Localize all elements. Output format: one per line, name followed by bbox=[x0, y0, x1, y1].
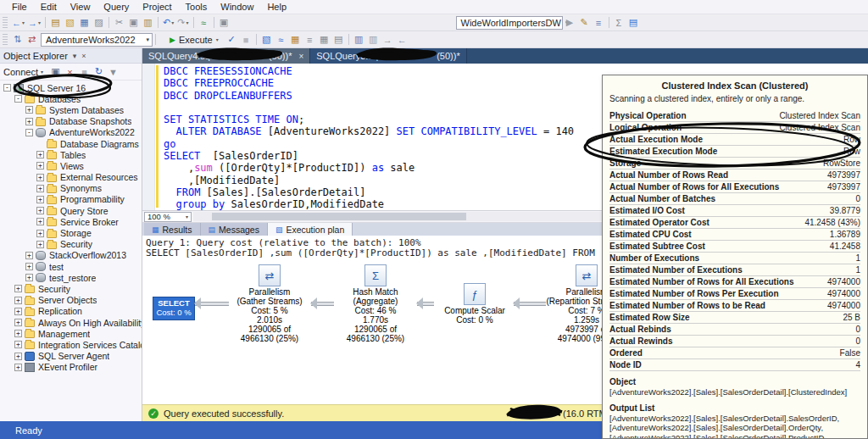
close-icon[interactable]: × bbox=[298, 52, 303, 61]
expander-icon[interactable]: + bbox=[25, 263, 33, 270]
tree-item[interactable]: + External Resources bbox=[2, 172, 142, 183]
tree-item[interactable]: + Integration Services Catalogs bbox=[2, 339, 142, 350]
results-grid-icon[interactable]: ▦ bbox=[317, 33, 331, 47]
tree-item[interactable]: + Always On High Availability bbox=[2, 317, 142, 328]
expander-icon[interactable]: + bbox=[36, 174, 44, 181]
menu-item[interactable]: File bbox=[5, 1, 34, 13]
tree-item[interactable]: + Security bbox=[2, 283, 142, 294]
database-icon[interactable]: ▣ bbox=[217, 16, 231, 30]
menu-item[interactable]: Window bbox=[214, 1, 260, 13]
tree-item[interactable]: + Server Objects bbox=[2, 295, 142, 306]
tree-item[interactable]: + Service Broker bbox=[2, 216, 142, 227]
paste-icon[interactable]: ▥ bbox=[141, 16, 155, 30]
expander-icon[interactable]: + bbox=[25, 118, 33, 125]
cut-icon[interactable]: ✂ bbox=[112, 16, 126, 30]
document-tab[interactable]: SQLQuery4.sql - (50))* × bbox=[142, 48, 310, 64]
tree-item[interactable]: + Synonyms bbox=[2, 183, 142, 194]
tree-item[interactable]: Database Diagrams bbox=[2, 138, 142, 149]
tree-item[interactable]: + Management bbox=[2, 328, 142, 339]
expander-icon[interactable]: + bbox=[14, 319, 22, 326]
tree-item[interactable]: + Replication bbox=[2, 306, 142, 317]
database-combo-top[interactable]: WideWorldImportersDW ▾ bbox=[456, 16, 563, 30]
expander-icon[interactable]: + bbox=[14, 364, 22, 371]
execute-small-icon[interactable]: ▶ bbox=[563, 16, 577, 30]
template-icon[interactable]: ▤ bbox=[626, 16, 641, 30]
uncomment-icon[interactable]: ▥ bbox=[366, 33, 381, 47]
actual-plan-icon[interactable]: ▦ bbox=[288, 33, 303, 47]
expander-icon[interactable]: + bbox=[36, 196, 44, 203]
connection-icon[interactable]: ⇅ bbox=[10, 33, 25, 47]
menu-item[interactable]: Edit bbox=[34, 1, 64, 13]
expander-icon[interactable]: + bbox=[14, 341, 22, 348]
scrollbar-thumb[interactable] bbox=[212, 213, 466, 220]
results-tab[interactable]: ▤ Messages bbox=[201, 223, 268, 236]
expander-icon[interactable]: + bbox=[25, 106, 33, 114]
refresh-icon[interactable]: ↻ bbox=[92, 65, 106, 79]
expander-icon[interactable]: + bbox=[36, 230, 44, 237]
menu-item[interactable]: Query bbox=[97, 1, 136, 13]
properties-icon[interactable]: ≡ bbox=[592, 16, 606, 30]
expander-icon[interactable]: - bbox=[3, 84, 11, 92]
new-query-icon[interactable]: ▤ bbox=[48, 16, 63, 30]
forward-icon[interactable]: →▾ bbox=[26, 16, 42, 30]
stop-icon[interactable]: ■ bbox=[77, 65, 92, 79]
toolbar-grip[interactable] bbox=[3, 34, 8, 46]
copy-icon[interactable]: ▣ bbox=[126, 16, 141, 30]
tree-item[interactable]: - Databases bbox=[2, 93, 142, 104]
filter-icon[interactable]: ▼ bbox=[106, 65, 120, 79]
tree-item[interactable]: + Database Snapshots bbox=[2, 116, 142, 127]
tree-item[interactable]: + Tables bbox=[2, 149, 142, 160]
tree-item[interactable]: + test bbox=[2, 261, 142, 272]
tree-item[interactable]: - AdventureWorks2022 bbox=[2, 127, 142, 138]
expander-icon[interactable]: + bbox=[14, 330, 22, 337]
expander-icon[interactable]: + bbox=[36, 207, 44, 214]
execute-button[interactable]: ▶ Execute ▾ bbox=[164, 32, 225, 47]
redo-icon[interactable]: ↷▾ bbox=[175, 16, 190, 30]
plan-node[interactable]: ƒ Compute Scalar Cost: 0 % bbox=[434, 283, 515, 325]
toolbar-grip[interactable] bbox=[3, 17, 8, 29]
server-icon[interactable]: ▣ bbox=[48, 65, 63, 79]
results-tab[interactable]: ▧ Execution plan bbox=[268, 223, 353, 236]
undo-icon[interactable]: ↶▾ bbox=[161, 16, 175, 30]
chevron-down-icon[interactable]: ▾ bbox=[73, 52, 77, 60]
expander-icon[interactable]: + bbox=[36, 241, 44, 248]
back-icon[interactable]: ←▾ bbox=[10, 16, 26, 30]
expander-icon[interactable]: + bbox=[14, 353, 22, 360]
expander-icon[interactable]: + bbox=[36, 151, 44, 158]
cancel-query-icon[interactable]: ■ bbox=[239, 33, 253, 47]
expander-icon[interactable]: + bbox=[36, 185, 44, 192]
tree-item[interactable]: + Security bbox=[2, 239, 142, 250]
expander-icon[interactable]: - bbox=[25, 129, 33, 136]
indent-icon[interactable]: → bbox=[381, 33, 395, 47]
plan-node[interactable]: ⇄ Parallelism (Gather Streams)Cost: 5 %2… bbox=[229, 264, 310, 343]
results-file-icon[interactable]: ▤ bbox=[331, 33, 346, 47]
menu-item[interactable]: View bbox=[64, 1, 97, 13]
disconnect-icon[interactable]: × bbox=[63, 65, 77, 79]
expander-icon[interactable]: + bbox=[36, 162, 44, 169]
expander-icon[interactable]: - bbox=[14, 95, 22, 103]
edit-icon[interactable]: ✎ bbox=[577, 16, 592, 30]
tree-item[interactable]: + StackOverflow2013 bbox=[2, 250, 142, 261]
tree-item[interactable]: - SQL Server 16 bbox=[2, 82, 142, 93]
tools-icon[interactable]: Σ bbox=[612, 16, 626, 30]
expander-icon[interactable]: + bbox=[14, 308, 22, 315]
results-tab[interactable]: ▦ Results bbox=[144, 223, 201, 236]
change-connection-icon[interactable]: ⇄ bbox=[25, 33, 39, 47]
expander-icon[interactable]: + bbox=[14, 285, 22, 292]
close-icon[interactable]: × bbox=[81, 52, 86, 60]
expander-icon[interactable]: + bbox=[25, 252, 33, 259]
expander-icon[interactable]: + bbox=[36, 218, 44, 225]
save-icon[interactable]: ▦ bbox=[77, 16, 92, 30]
database-combo-query[interactable]: AdventureWorks2022 ▾ bbox=[41, 33, 153, 47]
menu-item[interactable]: Project bbox=[136, 1, 178, 13]
document-tab[interactable]: SQLQuery3.sql - (50))* × bbox=[310, 48, 466, 64]
tree-item[interactable]: + Views bbox=[2, 160, 142, 171]
print-icon[interactable]: ▨ bbox=[92, 16, 106, 30]
zoom-select[interactable]: 100 % ▾ bbox=[144, 212, 192, 222]
results-text-icon[interactable]: ≡ bbox=[303, 33, 317, 47]
plan-node[interactable]: Σ Hash Match (Aggregate)Cost: 46 %1.770s… bbox=[335, 264, 416, 343]
activity-monitor-icon[interactable]: ≈ bbox=[197, 16, 211, 30]
live-stats-icon[interactable]: ≈ bbox=[274, 33, 288, 47]
menu-item[interactable]: Help bbox=[260, 1, 293, 13]
tree-item[interactable]: + System Databases bbox=[2, 104, 142, 115]
